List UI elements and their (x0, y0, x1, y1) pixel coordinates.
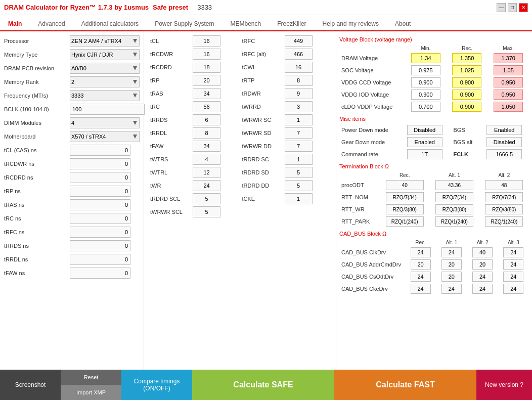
cad-addrcmddrv-alt1[interactable] (441, 259, 462, 270)
cad-clkdrv-alt1[interactable] (441, 247, 462, 257)
volt-vddg-iod-max[interactable] (494, 90, 523, 100)
timing-tcl-input[interactable] (193, 35, 220, 47)
dimm-select[interactable]: 4 (70, 117, 140, 128)
bclk-input[interactable] (70, 104, 145, 115)
cad-csodtdrv-alt1[interactable] (441, 272, 462, 282)
term-rtt-park-rec[interactable] (386, 216, 424, 227)
timing-twrrd-input[interactable] (285, 101, 313, 112)
tab-help[interactable]: Help and my reviews (315, 17, 387, 31)
screenshot-button[interactable]: Screenshot (0, 370, 61, 400)
volt-cldo-vddp-rec[interactable] (452, 102, 481, 112)
volt-dram-max[interactable] (494, 53, 523, 63)
calculate-safe-button[interactable]: Calculate SAFE (192, 370, 334, 400)
timing-trfc-alt-input[interactable] (285, 49, 313, 60)
volt-vddg-ccd-rec[interactable] (452, 77, 481, 87)
motherboard-select[interactable]: X570 / sTRX4 (70, 131, 140, 142)
memory-type-select[interactable]: Hynix CJR / DJR (70, 49, 140, 60)
cad-ckedrv-rec[interactable] (411, 284, 431, 294)
volt-vddg-iod-rec[interactable] (452, 90, 481, 100)
timing-trdrd-sc-input[interactable] (285, 154, 313, 165)
volt-vddg-ccd-min[interactable] (411, 77, 440, 87)
timing-twtrl-input[interactable] (193, 167, 220, 178)
cad-ckedrv-alt2[interactable] (472, 284, 493, 294)
ns-trrds-input[interactable] (70, 240, 130, 251)
timing-trtp-input[interactable] (285, 75, 313, 86)
timing-twrwr-scl-input[interactable] (193, 206, 220, 217)
minimize-button[interactable]: — (497, 3, 506, 12)
timing-twr-input[interactable] (193, 180, 220, 191)
volt-soc-min[interactable] (411, 65, 440, 75)
ns-tras-input[interactable] (70, 199, 130, 210)
cad-ckedrv-alt1[interactable] (441, 284, 462, 294)
ns-tcl-input[interactable] (70, 145, 130, 156)
tab-advanced[interactable]: Advanced (30, 17, 73, 31)
volt-soc-rec[interactable] (452, 65, 481, 75)
new-version-button[interactable]: New version ? (476, 370, 532, 400)
processor-select[interactable]: ZEN 2 AM4 / sTRX4 (70, 35, 140, 47)
cad-addrcmddrv-alt3[interactable] (503, 259, 523, 270)
calculate-fast-button[interactable]: Calculate FAST (334, 370, 476, 400)
timing-trp-input[interactable] (193, 75, 220, 86)
timing-trdrd-scl-input[interactable] (193, 193, 220, 204)
frequency-select[interactable]: 3333 (70, 90, 140, 101)
memory-rank-select[interactable]: 2 (70, 76, 140, 87)
timing-trdwr-input[interactable] (285, 88, 313, 99)
cad-addrcmddrv-rec[interactable] (411, 259, 431, 270)
ns-trp-input[interactable] (70, 186, 130, 197)
cad-csodtdrv-alt2[interactable] (472, 272, 493, 282)
volt-cldo-vddp-max[interactable] (494, 102, 523, 112)
timing-twrwr-dd-input[interactable] (285, 141, 313, 152)
maximize-button[interactable]: □ (508, 3, 517, 12)
timing-trrds-input[interactable] (193, 114, 220, 125)
timing-tcke-input[interactable] (285, 193, 313, 204)
misc-gear-down-val[interactable] (407, 137, 442, 147)
term-rtt-nom-alt1[interactable] (435, 192, 473, 202)
cad-csodtdrv-rec[interactable] (411, 272, 431, 282)
cad-clkdrv-rec[interactable] (411, 247, 431, 257)
cad-addrcmddrv-alt2[interactable] (472, 259, 493, 270)
term-rtt-park-alt1[interactable] (435, 216, 473, 227)
reset-button[interactable]: Reset (61, 370, 121, 385)
tab-main[interactable]: Main (0, 17, 30, 31)
ns-trfc-input[interactable] (70, 227, 130, 238)
ns-trcdwr-input[interactable] (70, 158, 130, 169)
misc-bgs-alt-val[interactable] (486, 137, 522, 147)
volt-dram-rec[interactable] (452, 53, 481, 63)
misc-bgs-val[interactable] (486, 125, 522, 135)
term-rtt-wr-alt1[interactable] (435, 204, 473, 214)
term-procodt-alt2[interactable] (485, 180, 523, 190)
ns-tfaw-input[interactable] (70, 268, 130, 279)
misc-cmd-rate-val[interactable] (407, 149, 442, 159)
cad-csodtdrv-alt3[interactable] (503, 272, 523, 282)
term-procodt-rec[interactable] (386, 180, 424, 190)
term-rtt-nom-alt2[interactable] (485, 192, 523, 202)
timing-twtrs-input[interactable] (193, 154, 220, 165)
term-rtt-wr-rec[interactable] (386, 204, 424, 214)
timing-tcwl-input[interactable] (285, 62, 313, 73)
ns-trrdl-input[interactable] (70, 254, 130, 265)
timing-trfc-input[interactable] (285, 35, 313, 47)
timing-trrdl-input[interactable] (193, 127, 220, 139)
misc-fclk-val[interactable] (486, 149, 522, 159)
cad-ckedrv-alt3[interactable] (503, 284, 523, 294)
timing-trc-input[interactable] (193, 101, 220, 112)
import-xmp-button[interactable]: Import XMP (61, 385, 121, 400)
timing-twrwr-sc-input[interactable] (285, 114, 313, 125)
volt-vddg-iod-min[interactable] (411, 90, 440, 100)
volt-vddg-ccd-max[interactable] (494, 77, 523, 87)
pcb-revision-select[interactable]: A0/B0 (70, 63, 140, 74)
timing-tras-input[interactable] (193, 88, 220, 99)
term-rtt-wr-alt2[interactable] (485, 204, 523, 214)
volt-soc-max[interactable] (494, 65, 523, 75)
tab-membench[interactable]: MEMbench (223, 17, 270, 31)
tab-freezkiller[interactable]: FreezKiller (269, 17, 314, 31)
tab-power[interactable]: Power Supply System (147, 17, 222, 31)
timing-trcdrd-input[interactable] (193, 62, 220, 73)
timing-trdrd-dd-input[interactable] (285, 180, 313, 191)
term-rtt-nom-rec[interactable] (386, 192, 424, 202)
ns-trcdrd-input[interactable] (70, 172, 130, 183)
ns-trc-input[interactable] (70, 213, 130, 224)
misc-power-down-val[interactable] (407, 125, 442, 135)
tab-additional[interactable]: Additional calculators (73, 17, 147, 31)
close-button[interactable]: ✕ (519, 3, 528, 12)
